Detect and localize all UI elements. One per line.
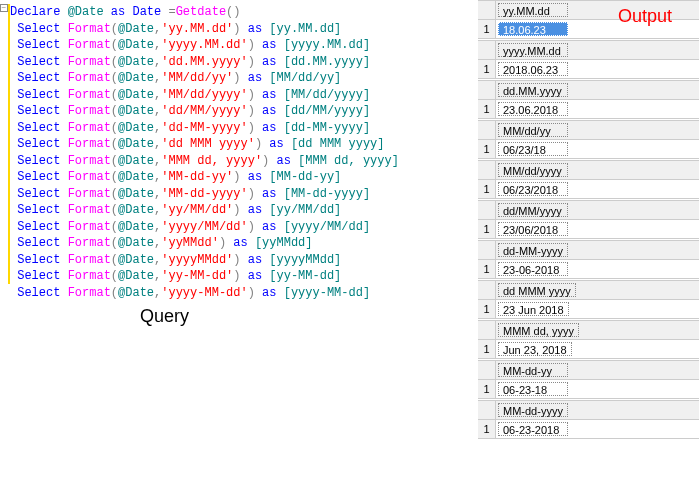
column-header[interactable]: MM-dd-yyyy	[498, 403, 568, 417]
column-header[interactable]: yy.MM.dd	[498, 3, 568, 17]
row-gutter	[478, 121, 496, 139]
row-gutter	[478, 41, 496, 59]
table-row[interactable]: 1Jun 23, 2018	[478, 340, 699, 358]
row-gutter	[478, 1, 496, 19]
row-gutter	[478, 281, 496, 299]
code-editor[interactable]: − Declare @Date as Date =Getdate() Selec…	[0, 0, 478, 503]
row-number: 1	[478, 260, 496, 278]
cell-value[interactable]: 06/23/18	[498, 142, 568, 156]
result-header-row: MMM dd, yyyy	[478, 321, 699, 340]
column-header[interactable]: MMM dd, yyyy	[498, 323, 579, 337]
result-grid[interactable]: MMM dd, yyyy1Jun 23, 2018	[478, 320, 699, 359]
column-header[interactable]: dd/MM/yyyy	[498, 203, 568, 217]
table-row[interactable]: 12018.06.23	[478, 60, 699, 78]
table-row[interactable]: 106/23/18	[478, 140, 699, 158]
table-row[interactable]: 123/06/2018	[478, 220, 699, 238]
result-header-row: MM/dd/yyyy	[478, 161, 699, 180]
change-marker	[8, 4, 10, 284]
cell-value[interactable]: 06/23/2018	[498, 182, 568, 196]
result-grid[interactable]: dd-MM-yyyy123-06-2018	[478, 240, 699, 279]
row-number: 1	[478, 20, 496, 38]
table-row[interactable]: 123.06.2018	[478, 100, 699, 118]
result-header-row: dd-MM-yyyy	[478, 241, 699, 260]
result-grid[interactable]: MM-dd-yy106-23-18	[478, 360, 699, 399]
cell-value[interactable]: 23.06.2018	[498, 102, 568, 116]
row-gutter	[478, 201, 496, 219]
table-row[interactable]: 106-23-2018	[478, 420, 699, 438]
result-header-row: dd.MM.yyyy	[478, 81, 699, 100]
cell-value[interactable]: Jun 23, 2018	[498, 342, 572, 356]
output-label: Output	[618, 6, 672, 27]
row-number: 1	[478, 340, 496, 358]
collapse-icon[interactable]: −	[0, 4, 8, 12]
result-header-row: dd/MM/yyyy	[478, 201, 699, 220]
result-header-row: dd MMM yyyy	[478, 281, 699, 300]
result-grid[interactable]: dd MMM yyyy123 Jun 2018	[478, 280, 699, 319]
table-row[interactable]: 123-06-2018	[478, 260, 699, 278]
result-header-row: yyyy.MM.dd	[478, 41, 699, 60]
column-header[interactable]: dd.MM.yyyy	[498, 83, 568, 97]
column-header[interactable]: MM/dd/yyyy	[498, 163, 568, 177]
result-grid[interactable]: yyyy.MM.dd12018.06.23	[478, 40, 699, 79]
results-pane: yy.MM.dd118.06.23yyyy.MM.dd12018.06.23dd…	[478, 0, 699, 503]
cell-value[interactable]: 23/06/2018	[498, 222, 568, 236]
cell-value[interactable]: 06-23-18	[498, 382, 568, 396]
row-number: 1	[478, 220, 496, 238]
query-label: Query	[140, 306, 189, 327]
cell-value[interactable]: 23 Jun 2018	[498, 302, 569, 316]
table-row[interactable]: 106/23/2018	[478, 180, 699, 198]
result-grid[interactable]: MM-dd-yyyy106-23-2018	[478, 400, 699, 439]
table-row[interactable]: 123 Jun 2018	[478, 300, 699, 318]
row-number: 1	[478, 140, 496, 158]
cell-value[interactable]: 18.06.23	[498, 22, 568, 36]
result-header-row: MM-dd-yyyy	[478, 401, 699, 420]
column-header[interactable]: dd-MM-yyyy	[498, 243, 568, 257]
result-grid[interactable]: dd/MM/yyyy123/06/2018	[478, 200, 699, 239]
result-header-row: MM-dd-yy	[478, 361, 699, 380]
row-gutter	[478, 241, 496, 259]
row-number: 1	[478, 420, 496, 438]
column-header[interactable]: yyyy.MM.dd	[498, 43, 568, 57]
row-gutter	[478, 321, 496, 339]
cell-value[interactable]: 2018.06.23	[498, 62, 568, 76]
cell-value[interactable]: 06-23-2018	[498, 422, 568, 436]
row-gutter	[478, 161, 496, 179]
cell-value[interactable]: 23-06-2018	[498, 262, 568, 276]
column-header[interactable]: MM-dd-yy	[498, 363, 568, 377]
code-text[interactable]: Declare @Date as Date =Getdate() Select …	[10, 4, 478, 301]
row-number: 1	[478, 380, 496, 398]
result-grid[interactable]: MM/dd/yy106/23/18	[478, 120, 699, 159]
row-gutter	[478, 81, 496, 99]
result-grid[interactable]: MM/dd/yyyy106/23/2018	[478, 160, 699, 199]
row-gutter	[478, 401, 496, 419]
row-gutter	[478, 361, 496, 379]
table-row[interactable]: 106-23-18	[478, 380, 699, 398]
column-header[interactable]: dd MMM yyyy	[498, 283, 576, 297]
result-header-row: MM/dd/yy	[478, 121, 699, 140]
row-number: 1	[478, 300, 496, 318]
row-number: 1	[478, 180, 496, 198]
row-number: 1	[478, 60, 496, 78]
column-header[interactable]: MM/dd/yy	[498, 123, 568, 137]
row-number: 1	[478, 100, 496, 118]
result-grid[interactable]: dd.MM.yyyy123.06.2018	[478, 80, 699, 119]
